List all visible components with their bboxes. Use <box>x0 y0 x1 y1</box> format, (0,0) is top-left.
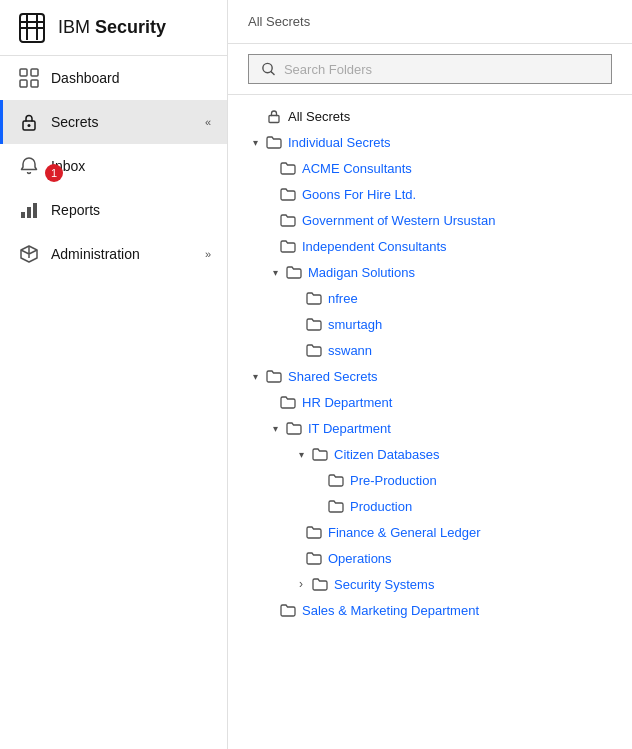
acme-label: ACME Consultants <box>302 161 412 176</box>
administration-chevron: » <box>205 248 211 260</box>
tree-item-acme[interactable]: ACME Consultants <box>228 155 632 181</box>
folder-icon <box>328 472 344 488</box>
svg-rect-5 <box>20 69 27 76</box>
citizen-db-label: Citizen Databases <box>334 447 440 462</box>
tree-item-security-sys[interactable]: › Security Systems <box>228 571 632 597</box>
search-input[interactable] <box>284 62 599 77</box>
folder-icon <box>280 212 296 228</box>
sswann-label: sswann <box>328 343 372 358</box>
folder-icon <box>280 160 296 176</box>
tree-item-independent[interactable]: Independent Consultants <box>228 233 632 259</box>
madigan-label: Madigan Solutions <box>308 265 415 280</box>
tree-item-individual-secrets[interactable]: ▾ Individual Secrets <box>228 129 632 155</box>
search-bar[interactable] <box>248 54 612 84</box>
folder-icon <box>266 368 282 384</box>
secrets-chevron: « <box>205 116 211 128</box>
toggle-shared: ▾ <box>248 369 262 383</box>
tree-item-shared-secrets[interactable]: ▾ Shared Secrets <box>228 363 632 389</box>
government-label: Government of Western Ursustan <box>302 213 495 228</box>
folder-icon <box>306 550 322 566</box>
lock-icon <box>19 112 39 132</box>
sidebar-nav: Dashboard Secrets « 1 I <box>0 56 227 749</box>
main-panel: All Secrets All Secrets ▾ <box>228 0 632 749</box>
hr-label: HR Department <box>302 395 392 410</box>
smurtagh-label: smurtagh <box>328 317 382 332</box>
dashboard-label: Dashboard <box>51 70 211 86</box>
tree-item-smurtagh[interactable]: smurtagh <box>228 311 632 337</box>
tree-item-pre-prod[interactable]: Pre-Production <box>228 467 632 493</box>
app-logo-icon <box>16 12 48 44</box>
main-header: All Secrets <box>228 0 632 44</box>
folder-icon <box>280 238 296 254</box>
search-icon <box>261 61 276 77</box>
svg-rect-13 <box>33 203 37 218</box>
tree-item-production[interactable]: Production <box>228 493 632 519</box>
folder-tree: All Secrets ▾ Individual Secrets ACME Co… <box>228 95 632 749</box>
toggle-all-secrets <box>248 109 262 123</box>
folder-icon <box>306 524 322 540</box>
search-wrapper <box>228 44 632 95</box>
tree-item-all-secrets[interactable]: All Secrets <box>228 103 632 129</box>
sidebar-item-administration[interactable]: Administration » <box>0 232 227 276</box>
main-header-title: All Secrets <box>248 14 310 29</box>
tree-item-operations[interactable]: Operations <box>228 545 632 571</box>
svg-rect-2 <box>20 27 44 29</box>
all-secrets-label: All Secrets <box>288 109 350 124</box>
svg-rect-7 <box>20 80 27 87</box>
toggle-citizen: ▾ <box>294 447 308 461</box>
folder-icon <box>328 498 344 514</box>
folder-icon <box>306 290 322 306</box>
toggle-it: ▾ <box>268 421 282 435</box>
folder-icon <box>286 420 302 436</box>
security-sys-label: Security Systems <box>334 577 434 592</box>
nfree-label: nfree <box>328 291 358 306</box>
cube-icon <box>19 244 39 264</box>
app-header: IBM Security <box>0 0 227 56</box>
tree-item-citizen-db[interactable]: ▾ Citizen Databases <box>228 441 632 467</box>
folder-icon <box>312 446 328 462</box>
it-label: IT Department <box>308 421 391 436</box>
sidebar-item-secrets[interactable]: Secrets « <box>0 100 227 144</box>
tree-item-hr[interactable]: HR Department <box>228 389 632 415</box>
tree-item-it[interactable]: ▾ IT Department <box>228 415 632 441</box>
toggle-security: › <box>294 577 308 591</box>
tree-item-government[interactable]: Government of Western Ursustan <box>228 207 632 233</box>
folder-icon <box>266 134 282 150</box>
tree-item-sales-marketing[interactable]: Sales & Marketing Department <box>228 597 632 623</box>
sidebar-item-inbox[interactable]: 1 Inbox <box>0 144 227 188</box>
finance-label: Finance & General Ledger <box>328 525 480 540</box>
svg-rect-12 <box>27 207 31 218</box>
reports-label: Reports <box>51 202 211 218</box>
toggle-individual: ▾ <box>248 135 262 149</box>
administration-label: Administration <box>51 246 193 262</box>
sales-marketing-label: Sales & Marketing Department <box>302 603 479 618</box>
folder-icon <box>312 576 328 592</box>
independent-label: Independent Consultants <box>302 239 447 254</box>
goons-label: Goons For Hire Ltd. <box>302 187 416 202</box>
tree-item-finance[interactable]: Finance & General Ledger <box>228 519 632 545</box>
folder-icon <box>306 316 322 332</box>
individual-secrets-label: Individual Secrets <box>288 135 391 150</box>
svg-rect-6 <box>31 69 38 76</box>
folder-icon <box>280 394 296 410</box>
secrets-label: Secrets <box>51 114 193 130</box>
inbox-badge: 1 <box>45 164 63 182</box>
folder-icon <box>286 264 302 280</box>
sidebar-item-dashboard[interactable]: Dashboard <box>0 56 227 100</box>
svg-rect-11 <box>21 212 25 218</box>
folder-icon <box>280 602 296 618</box>
svg-point-10 <box>28 124 31 127</box>
dashboard-icon <box>19 68 39 88</box>
sidebar-item-reports[interactable]: Reports <box>0 188 227 232</box>
tree-item-madigan[interactable]: ▾ Madigan Solutions <box>228 259 632 285</box>
bell-icon: 1 <box>19 156 39 176</box>
svg-rect-8 <box>31 80 38 87</box>
operations-label: Operations <box>328 551 392 566</box>
tree-item-nfree[interactable]: nfree <box>228 285 632 311</box>
sidebar: IBM Security Dashboard <box>0 0 228 749</box>
svg-rect-3 <box>26 14 28 40</box>
tree-item-sswann[interactable]: sswann <box>228 337 632 363</box>
shared-secrets-label: Shared Secrets <box>288 369 378 384</box>
tree-item-goons[interactable]: Goons For Hire Ltd. <box>228 181 632 207</box>
inbox-label: Inbox <box>51 158 211 174</box>
